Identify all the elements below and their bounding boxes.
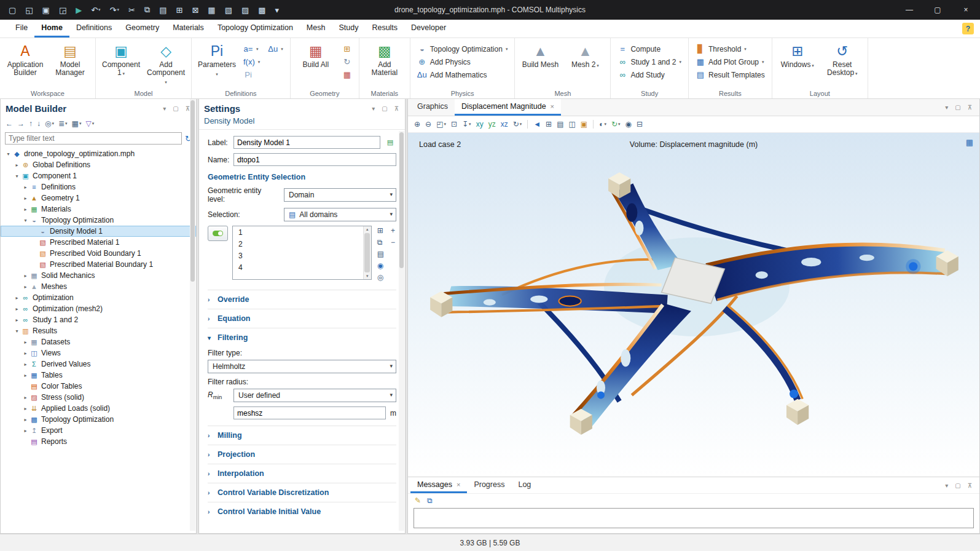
build-mesh-button[interactable]: ▲Build Mesh: [520, 41, 560, 70]
insert-row-above-icon[interactable]: ▦: [206, 5, 216, 15]
scroll-down-icon[interactable]: ▾: [366, 274, 369, 279]
print-icon[interactable]: ⊟: [635, 119, 644, 129]
tree-item-prescribed-void-boundary-1[interactable]: ▧Prescribed Void Boundary 1: [1, 248, 196, 259]
entity-level-dropdown[interactable]: Domain: [284, 188, 396, 202]
selection-list[interactable]: ▴▾ 1234: [232, 226, 372, 280]
help-button[interactable]: ?: [962, 23, 974, 34]
filter-radius-mode-dropdown[interactable]: User defined: [233, 389, 396, 402]
cut-icon[interactable]: ✂: [127, 5, 136, 15]
select-icon[interactable]: ◄: [532, 119, 542, 129]
plot-properties-icon[interactable]: [966, 138, 973, 147]
redo-icon[interactable]: ↷▾: [109, 5, 120, 15]
caret-right-icon[interactable]: ▸: [22, 406, 29, 411]
messages-output[interactable]: [414, 508, 974, 528]
caret-down-icon[interactable]: ▾: [22, 218, 29, 223]
scroll-up-icon[interactable]: ▴: [366, 227, 369, 232]
filter-radius-input[interactable]: [233, 406, 386, 419]
menu-tab-geometry[interactable]: Geometry: [119, 20, 166, 38]
pin-panel-icon[interactable]: ⊼: [966, 103, 973, 111]
tree-item-views[interactable]: ▸◫Views: [1, 347, 196, 359]
tree-item-stress-solid[interactable]: ▸▨Stress (solid): [1, 392, 196, 403]
graphics-canvas[interactable]: Load case 2 Volume: Displacement magnitu…: [408, 133, 979, 477]
caret-right-icon[interactable]: ▸: [22, 196, 29, 201]
section-equation[interactable]: Equation: [208, 309, 396, 328]
selection-dropdown[interactable]: All domains: [284, 208, 396, 221]
section-milling[interactable]: Milling: [208, 426, 396, 445]
mesh-2-button[interactable]: ▲Mesh 2 ▾: [565, 41, 605, 71]
tree-item-drone-topology-optimization-mph[interactable]: ▾◆drone_topology_optimization.mph: [1, 148, 196, 159]
selection-list-scrollbar[interactable]: ▴▾: [363, 226, 371, 279]
delete-sequence-button[interactable]: ▦: [340, 69, 354, 80]
move-up-icon[interactable]: ↑: [28, 119, 34, 129]
tree-item-reports[interactable]: ▤Reports: [1, 436, 196, 447]
section-control-variable-initial-value[interactable]: Control Variable Initial Value: [208, 502, 396, 521]
reset-desktop-button[interactable]: ↺Reset Desktop ▾: [822, 41, 863, 79]
copy-selection-icon[interactable]: ⧉: [376, 237, 385, 247]
tree-item-materials[interactable]: ▸▦Materials: [1, 204, 196, 215]
menu-tab-home[interactable]: Home: [34, 20, 69, 38]
show-icon[interactable]: ◎▾: [44, 119, 55, 129]
windows-button[interactable]: ⊞Windows ▾: [777, 41, 818, 71]
tree-item-topology-optimization[interactable]: ▸▩Topology Optimization: [1, 414, 196, 425]
add-material-button[interactable]: ▩Add Material: [364, 41, 405, 78]
caret-right-icon[interactable]: ▸: [22, 417, 29, 422]
undo-icon[interactable]: ↶▾: [90, 5, 101, 15]
add-component-button[interactable]: ◇Add Component ▾: [146, 41, 186, 87]
tree-item-meshes[interactable]: ▸▲Meshes: [1, 281, 196, 292]
tab-messages[interactable]: Messages×: [410, 477, 467, 493]
go-to-default-view-icon[interactable]: ↧▾: [461, 119, 472, 129]
label-input[interactable]: [233, 136, 380, 149]
zoom-to-selection-icon[interactable]: ◉: [376, 261, 385, 271]
go-forward-icon[interactable]: →: [16, 119, 26, 129]
component-1-button[interactable]: ▣Component 1 ▾: [101, 41, 141, 79]
show-grid-icon[interactable]: ⊞: [544, 119, 553, 129]
section-projection[interactable]: Projection: [208, 445, 396, 464]
tab-graphics[interactable]: Graphics: [410, 99, 455, 116]
menu-tab-mesh[interactable]: Mesh: [300, 20, 332, 38]
section-control-variable-discretization[interactable]: Control Variable Discretization: [208, 483, 396, 502]
float-panel-icon[interactable]: ▢: [954, 103, 962, 111]
save-as-icon[interactable]: ◲: [58, 5, 68, 15]
tree-item-density-model-1[interactable]: ◒Density Model 1: [1, 226, 196, 237]
insert-row-below-icon[interactable]: ▧: [224, 5, 233, 15]
tree-item-definitions[interactable]: ▸≡Definitions: [1, 181, 196, 192]
model-tree-scrollbar[interactable]: [190, 99, 195, 531]
open-file-icon[interactable]: ◱: [24, 5, 34, 15]
scrollbar-thumb[interactable]: [190, 100, 195, 282]
tree-item-prescribed-material-boundary-1[interactable]: ▧Prescribed Material Boundary 1: [1, 259, 196, 270]
tree-item-geometry-1[interactable]: ▸▲Geometry 1: [1, 192, 196, 204]
tree-item-tables[interactable]: ▸▦Tables: [1, 370, 196, 381]
caret-right-icon[interactable]: ▸: [13, 295, 21, 301]
caret-right-icon[interactable]: ▸: [22, 284, 29, 290]
study-1-and-2-button[interactable]: ∞Study 1 and 2▾: [616, 57, 683, 67]
result-templates-button[interactable]: ▤Result Templates: [694, 69, 767, 80]
selection-active-toggle[interactable]: [208, 226, 228, 241]
add-physics-button[interactable]: ⊕Add Physics: [415, 57, 510, 67]
caret-down-icon[interactable]: ▾: [13, 173, 21, 179]
displacement-plot-3d[interactable]: [415, 154, 972, 475]
group-nodes-icon[interactable]: ≣▾: [57, 119, 69, 129]
matrix-tools-icon[interactable]: ▩: [257, 5, 267, 15]
filter-type-dropdown[interactable]: Helmholtz: [208, 360, 396, 373]
rename-label-icon[interactable]: [384, 137, 396, 148]
parameters-button[interactable]: PiParameters ▾: [197, 41, 237, 79]
tree-item-global-definitions[interactable]: ▸⊛Global Definitions: [1, 159, 196, 170]
close-button[interactable]: ×: [952, 0, 980, 20]
pin-panel-icon[interactable]: ⊼: [393, 105, 400, 113]
customize-toolbar-icon[interactable]: ▾: [274, 5, 281, 15]
collapse-panel-icon[interactable]: ▾: [944, 482, 949, 490]
tree-item-derived-values[interactable]: ▸ΣDerived Values: [1, 359, 196, 370]
selection-list-item[interactable]: 1: [233, 226, 371, 238]
tree-item-study-1-and-2[interactable]: ▸∞Study 1 and 2: [1, 314, 196, 325]
update-plot-icon[interactable]: ↻▾: [610, 119, 622, 129]
caret-right-icon[interactable]: ▸: [13, 162, 21, 168]
caret-down-icon[interactable]: ▾: [13, 328, 21, 334]
nonlocal-couplings-button[interactable]: Δu▾: [266, 44, 285, 54]
zoom-out-icon[interactable]: ⊖: [424, 119, 433, 129]
settings-scrollbar[interactable]: [399, 131, 404, 531]
caret-right-icon[interactable]: ▸: [22, 351, 29, 356]
float-panel-icon[interactable]: ▢: [171, 105, 179, 113]
collapse-panel-icon[interactable]: ▾: [370, 105, 376, 113]
update-geometry-button[interactable]: ↻: [340, 57, 354, 67]
collapse-panel-icon[interactable]: ▾: [944, 103, 949, 111]
